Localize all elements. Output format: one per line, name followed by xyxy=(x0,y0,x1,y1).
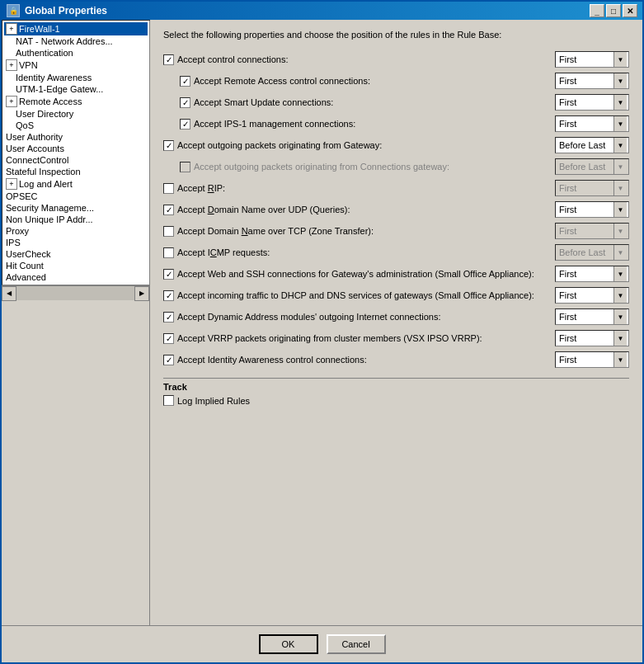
option-row-accept-icmp: Accept ICMP requests: Before Last ▼ xyxy=(163,244,629,261)
sidebar-item-ips[interactable]: IPS xyxy=(4,237,148,248)
checkbox-accept-remote-access[interactable] xyxy=(180,76,190,87)
dropdown-arrow-smart-update[interactable]: ▼ xyxy=(613,95,627,110)
label-accept-identity: Accept Identity Awareness control connec… xyxy=(177,355,548,365)
checkbox-accept-ips1[interactable] xyxy=(180,119,190,130)
option-row-accept-vrrp: Accept VRRP packets originating from clu… xyxy=(163,330,629,346)
sidebar-item-proxy[interactable]: Proxy xyxy=(4,225,148,237)
expand-icon-firewall[interactable]: + xyxy=(6,23,17,35)
sidebar-item-usercheck[interactable]: UserCheck xyxy=(4,248,148,260)
sidebar-item-auth[interactable]: Authentication xyxy=(4,47,148,59)
dropdown-accept-rip: First ▼ xyxy=(555,180,629,196)
window-body: + FireWall-1 NAT - Network Addres... Aut… xyxy=(2,20,642,625)
checkbox-accept-dynamic[interactable] xyxy=(163,312,174,323)
checkbox-accept-outgoing[interactable] xyxy=(163,140,174,151)
checkbox-accept-smart-update[interactable] xyxy=(180,97,190,108)
checkbox-accept-outgoing-conn[interactable] xyxy=(180,162,190,172)
sidebar-item-logalert[interactable]: + Log and Alert xyxy=(4,177,148,191)
sidebar-item-userdirectory[interactable]: User Directory xyxy=(4,108,148,120)
dropdown-arrow-outgoing[interactable]: ▼ xyxy=(613,138,627,153)
checkbox-accept-dhcp-dns[interactable] xyxy=(163,290,174,301)
sidebar-item-hitcount[interactable]: Hit Count xyxy=(4,260,148,271)
dropdown-arrow-domain-tcp: ▼ xyxy=(613,224,627,238)
minimize-button[interactable]: _ xyxy=(590,4,604,17)
dropdown-text-domain-udp: First xyxy=(557,205,613,214)
checkbox-accept-rip[interactable] xyxy=(163,183,174,194)
dropdown-accept-ips1[interactable]: First ▼ xyxy=(555,115,629,132)
dropdown-arrow-accept-control[interactable]: ▼ xyxy=(613,52,627,67)
checkbox-accept-domain-tcp[interactable] xyxy=(163,226,174,237)
sidebar-label-nat: NAT - Network Addres... xyxy=(16,36,113,46)
dropdown-text-icmp: Before Last xyxy=(557,247,613,257)
sidebar-label-connectcontrol: ConnectControl xyxy=(6,155,68,165)
dropdown-accept-control[interactable]: First ▼ xyxy=(555,51,629,68)
dropdown-arrow-identity[interactable]: ▼ xyxy=(613,352,627,367)
expand-icon-logalert[interactable]: + xyxy=(6,178,17,190)
sidebar-item-opsec[interactable]: OPSEC xyxy=(4,191,148,202)
sidebar-label-proxy: Proxy xyxy=(6,226,29,236)
dropdown-accept-smart-update[interactable]: First ▼ xyxy=(555,94,629,111)
sidebar-item-nat[interactable]: NAT - Network Addres... xyxy=(4,35,148,47)
dropdown-arrow-dynamic[interactable]: ▼ xyxy=(613,309,627,324)
dropdown-accept-outgoing[interactable]: Before Last ▼ xyxy=(555,137,629,153)
sidebar-item-useraccounts[interactable]: User Accounts xyxy=(4,143,148,154)
checkbox-accept-vrrp[interactable] xyxy=(163,333,174,344)
main-content: Select the following properties and choo… xyxy=(150,20,642,625)
dropdown-arrow-outgoing-conn: ▼ xyxy=(613,159,627,174)
dropdown-accept-dhcp-dns[interactable]: First ▼ xyxy=(555,287,629,304)
scroll-track[interactable] xyxy=(16,286,134,300)
dropdown-accept-dynamic[interactable]: First ▼ xyxy=(555,308,629,325)
dropdown-arrow-web-ssh[interactable]: ▼ xyxy=(613,266,627,281)
sidebar-item-qos[interactable]: QoS xyxy=(4,120,148,131)
bottom-buttons: OK Cancel xyxy=(2,625,642,662)
sidebar-item-userauth[interactable]: User Authority xyxy=(4,131,148,143)
sidebar-item-remote[interactable]: + Remote Access xyxy=(4,95,148,108)
close-button[interactable]: ✕ xyxy=(623,4,637,17)
sidebar-item-identity[interactable]: Identity Awareness xyxy=(4,72,148,83)
checkbox-accept-icmp[interactable] xyxy=(163,247,174,258)
window-title: Global Properties xyxy=(25,5,107,16)
sidebar-item-vpn[interactable]: + VPN xyxy=(4,59,148,72)
dropdown-accept-outgoing-conn: Before Last ▼ xyxy=(555,158,629,175)
maximize-button[interactable]: □ xyxy=(606,4,621,17)
sidebar-item-utm[interactable]: UTM-1-Edge Gatew... xyxy=(4,83,148,95)
dropdown-arrow-vrrp[interactable]: ▼ xyxy=(613,331,627,346)
sidebar-label-userdirectory: User Directory xyxy=(16,109,73,119)
option-row-accept-control: Accept control connections: First ▼ xyxy=(163,51,629,68)
dropdown-text-smart-update: First xyxy=(557,97,613,107)
scroll-right-button[interactable]: ▶ xyxy=(134,286,149,301)
dropdown-accept-remote-access[interactable]: First ▼ xyxy=(555,73,629,89)
dropdown-accept-icmp: Before Last ▼ xyxy=(555,244,629,261)
option-row-log-implied: Log Implied Rules xyxy=(163,395,629,406)
sidebar-item-advanced[interactable]: Advanced xyxy=(4,271,148,283)
checkbox-accept-web-ssh[interactable] xyxy=(163,269,174,280)
checkbox-log-implied[interactable] xyxy=(163,395,174,406)
sidebar-item-secmgmt[interactable]: Security Manageme... xyxy=(4,202,148,214)
label-accept-outgoing-conn: Accept outgoing packets originating from… xyxy=(194,162,548,172)
sidebar-item-nonunique[interactable]: Non Unique IP Addr... xyxy=(4,214,148,225)
sidebar-item-connectcontrol[interactable]: ConnectControl xyxy=(4,154,148,166)
sidebar-label-stateful: Stateful Inspection xyxy=(6,167,81,177)
dropdown-arrow-ips1[interactable]: ▼ xyxy=(613,116,627,131)
dropdown-arrow-dhcp-dns[interactable]: ▼ xyxy=(613,288,627,303)
expand-icon-vpn[interactable]: + xyxy=(6,59,17,71)
dropdown-arrow-domain-udp[interactable]: ▼ xyxy=(613,202,627,217)
dropdown-accept-vrrp[interactable]: First ▼ xyxy=(555,330,629,346)
sidebar-label-firewall: FireWall-1 xyxy=(19,24,60,34)
cancel-button[interactable]: Cancel xyxy=(327,634,386,654)
sidebar-tree: + FireWall-1 NAT - Network Addres... Aut… xyxy=(2,20,150,285)
scroll-left-button[interactable]: ◀ xyxy=(2,286,16,301)
sidebar-item-firewall[interactable]: + FireWall-1 xyxy=(4,22,148,35)
checkbox-accept-domain-udp[interactable] xyxy=(163,205,174,215)
dropdown-arrow-remote-access[interactable]: ▼ xyxy=(613,73,627,88)
sidebar-item-stateful[interactable]: Stateful Inspection xyxy=(4,166,148,177)
dropdown-accept-domain-udp[interactable]: First ▼ xyxy=(555,201,629,218)
track-section: Track Log Implied Rules xyxy=(163,378,629,406)
dropdown-accept-web-ssh[interactable]: First ▼ xyxy=(555,266,629,282)
expand-icon-remote[interactable]: + xyxy=(6,96,17,107)
ok-button[interactable]: OK xyxy=(259,634,318,654)
sidebar-label-userauth: User Authority xyxy=(6,132,63,142)
dropdown-accept-identity[interactable]: First ▼ xyxy=(555,351,629,368)
checkbox-accept-identity[interactable] xyxy=(163,355,174,365)
checkbox-accept-control[interactable] xyxy=(163,54,174,65)
sidebar-label-useraccounts: User Accounts xyxy=(6,144,64,153)
